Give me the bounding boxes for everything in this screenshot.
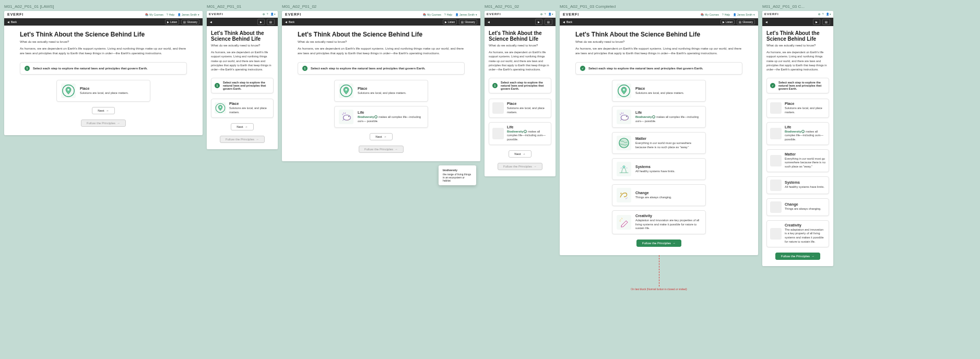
frame-wide-3: EVERFI📚 My Courses? Help👤 James Smith ▾ … — [560, 11, 758, 255]
help-icon[interactable]: ? — [267, 13, 268, 16]
frame-narrow-2: EVERFI✿?👤 ▾ ◀▶▤ Let's Think About the Sc… — [485, 11, 556, 176]
next-button[interactable]: Next → — [92, 107, 114, 114]
frame-label: M01_A02_P01_01 — [207, 4, 278, 9]
frame-narrow-1: EVERFI✿?👤 ▾ ◀▶▤ Let's Think About the Sc… — [207, 11, 278, 149]
card-place[interactable]: PlaceSolutions are local, and place matt… — [334, 80, 428, 102]
follow-button[interactable]: Follow the Principles → — [775, 253, 820, 260]
page-title: Let's Think About the Science Behind Lif… — [20, 31, 187, 38]
place-icon — [61, 83, 76, 98]
card-place[interactable]: PlaceSolutions are local, and place matt… — [211, 99, 274, 117]
follow-button: Follow the Principles → — [220, 136, 265, 143]
follow-button[interactable]: Follow the Principles → — [636, 240, 681, 247]
glossary-tooltip: biodiversity the range of living things … — [439, 165, 476, 185]
next-button[interactable]: Next → — [231, 123, 253, 130]
frame-wide-1: EVERFI 📚 My Courses ? Help 👤 James Smith… — [4, 11, 203, 135]
help-link[interactable]: ? Help — [167, 13, 174, 16]
card-life[interactable]: LifeBiodiversityi makes all complex life… — [334, 106, 428, 128]
frame-narrow-3: EVERFI✿?👤 ▾ ◀▶▤ Let's Think About the Sc… — [762, 11, 833, 266]
frame-wide-2: EVERFI📚 My Courses? Help👤 James Smith ▾ … — [282, 11, 480, 161]
card-place[interactable]: PlaceSolutions are local, and place matt… — [489, 99, 551, 117]
matter-icon — [617, 136, 631, 150]
settings-icon[interactable]: ✿ — [263, 13, 265, 16]
glossary-button[interactable]: ▤ Glossary — [181, 19, 199, 25]
play-button[interactable]: ▶ — [257, 19, 265, 25]
next-button[interactable]: Next → — [509, 150, 531, 158]
annotation-line — [659, 255, 659, 286]
creativity-icon — [617, 215, 631, 230]
life-icon — [339, 110, 353, 124]
card-life[interactable]: LifeBiodiversityi makes all complex life… — [489, 122, 551, 145]
card-change[interactable]: ChangeThings are always changing. — [766, 198, 829, 216]
nav-bar: ◀ Back ▶ Listen ▤ Glossary — [4, 18, 203, 26]
glossary-button[interactable]: ▤ — [267, 19, 275, 25]
step-badge: 1 — [25, 66, 30, 71]
card-place[interactable]: PlaceSolutions are local, and place matt… — [612, 80, 706, 102]
card-place[interactable]: PlaceSolutions are local, and place matt… — [56, 80, 150, 102]
card-creativity[interactable]: CreativityAdaptation and innovation are … — [612, 210, 706, 234]
back-button[interactable]: ◀ Back — [7, 20, 17, 23]
user-icon[interactable]: 👤 ▾ — [270, 13, 276, 16]
my-courses-link[interactable]: 📚 My Courses — [145, 13, 163, 16]
back-button[interactable]: ◀ — [210, 20, 212, 23]
next-button[interactable]: Next → — [370, 133, 392, 140]
change-icon — [617, 188, 631, 202]
card-creativity[interactable]: CreativityThe adaptation and innovation … — [766, 220, 829, 247]
annotation-note: On last block (Normal button is closed o… — [560, 288, 758, 291]
card-matter[interactable]: MatterEverything in our world must go so… — [766, 149, 829, 172]
listen-button[interactable]: ▶ Listen — [165, 19, 179, 25]
card-systems[interactable]: SystemsAll healthy systems have limits. — [612, 158, 706, 180]
user-menu[interactable]: 👤 James Smith ▾ — [178, 13, 199, 16]
page-subtitle: What do we actually need to know? — [20, 40, 187, 43]
follow-button: Follow the Principles → — [81, 119, 126, 127]
top-bar: EVERFI 📚 My Courses ? Help 👤 James Smith… — [4, 11, 203, 18]
frame-label: M01_A02_P01_01 [LAWS] — [4, 4, 203, 9]
card-place[interactable]: PlaceSolutions are local, and place matt… — [766, 99, 829, 117]
card-change[interactable]: ChangeThings are always changing. — [612, 184, 706, 206]
card-matter[interactable]: MatterEverything in our world must go so… — [612, 132, 706, 154]
logo: EVERFI — [7, 13, 23, 16]
systems-icon — [617, 162, 631, 176]
step-badge-complete — [580, 66, 585, 71]
instruction-card: 1 Select each step to explore the natura… — [20, 62, 187, 75]
card-life[interactable]: LifeBiodiversityi makes all complex life… — [766, 122, 829, 145]
card-life[interactable]: LifeBiodiversityi makes all complex life… — [612, 106, 706, 128]
card-systems[interactable]: SystemsAll healthy systems have limits. — [766, 176, 829, 194]
intro-text: As humans, we are dependent on Earth's l… — [20, 46, 187, 56]
